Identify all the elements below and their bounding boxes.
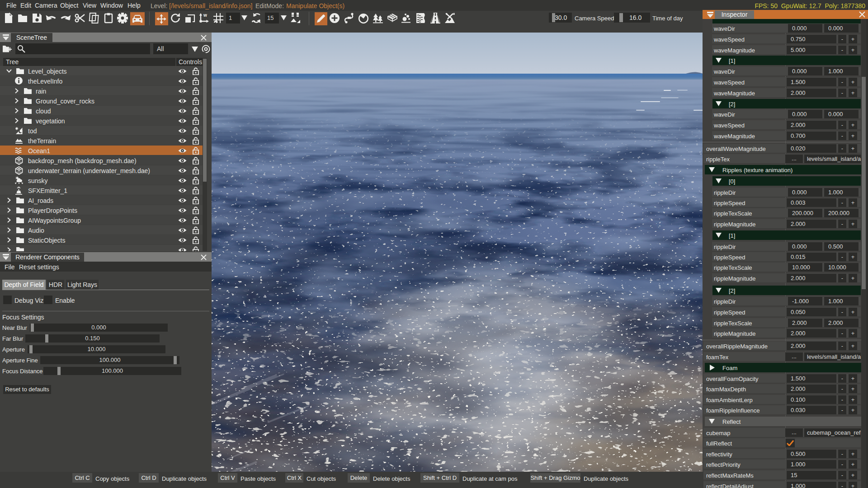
svg-text:w: w: [203, 13, 207, 18]
